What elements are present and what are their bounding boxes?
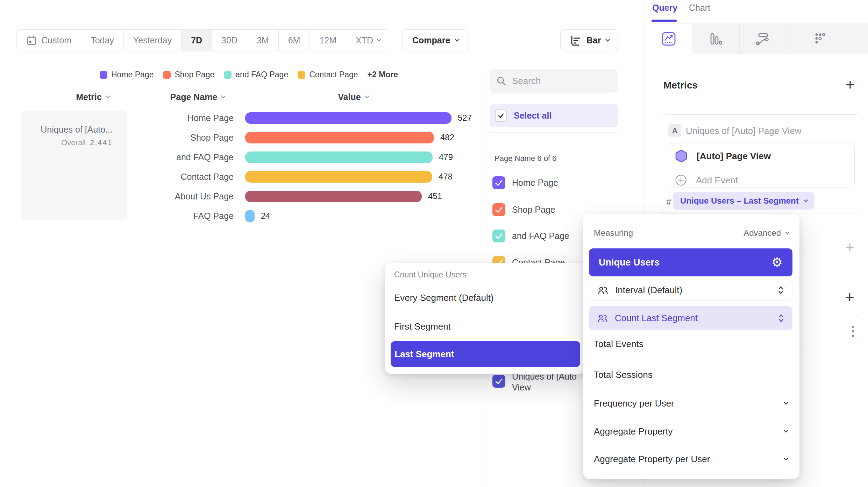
filter-group-label: Page Name 6 of 6 xyxy=(495,154,556,163)
event-card: [Auto] Page View Add Event xyxy=(669,143,855,188)
checkbox[interactable] xyxy=(492,230,505,242)
measuring-option-total-sessions[interactable]: Total Sessions xyxy=(594,369,788,380)
chevron-down-icon xyxy=(784,456,788,460)
report-tab-flows[interactable] xyxy=(739,24,786,54)
legend-item[interactable]: Home Page xyxy=(100,70,154,79)
chevron-down-icon xyxy=(455,37,460,42)
aggregation-pill[interactable]: Unique Users – Last Segment xyxy=(673,192,814,210)
measuring-label: Measuring xyxy=(594,228,633,238)
legend-swatch xyxy=(224,71,232,79)
calendar-icon xyxy=(26,35,37,46)
measuring-suboption-count-last-segment[interactable]: Count Last Segment xyxy=(589,306,792,330)
checkbox[interactable] xyxy=(492,375,505,388)
menu-title: Count Unique Users xyxy=(394,270,467,280)
bar-category-label: Contact Page xyxy=(125,172,234,182)
search-box xyxy=(490,69,618,93)
column-header-page-name[interactable]: Page Name xyxy=(157,92,238,102)
date-range-today[interactable]: Today xyxy=(81,30,124,51)
active-tab-underline xyxy=(652,20,677,22)
add-metric-plus-icon[interactable]: + xyxy=(846,77,855,92)
check-icon xyxy=(495,377,503,384)
search-icon xyxy=(496,76,506,86)
add-event-row[interactable]: Add Event xyxy=(675,174,738,186)
metric-summary-card[interactable]: Uniques of [Auto... Overall2,441 xyxy=(21,110,127,220)
event-row[interactable]: [Auto] Page View xyxy=(675,149,771,163)
legend-item[interactable]: Contact Page xyxy=(298,70,358,79)
circle-plus-icon xyxy=(675,174,687,186)
add-breakdown-plus-icon[interactable]: + xyxy=(845,289,854,305)
bar-row: Contact Page 478 xyxy=(125,170,453,183)
filter-item-home-page[interactable]: Home Page xyxy=(492,176,558,189)
measuring-menu: Measuring Advanced Unique Users ⚙ Interv… xyxy=(583,214,799,479)
bar-value: 482 xyxy=(440,133,454,142)
metric-definition-card[interactable]: A Uniques of [Auto] Page View [Auto] Pag… xyxy=(661,114,862,213)
date-range-custom[interactable]: Custom xyxy=(17,30,81,51)
column-header-value[interactable]: Value xyxy=(316,92,390,102)
chart-legend: Home Page Shop Page and FAQ Page Contact… xyxy=(100,70,398,79)
bar-value: 478 xyxy=(439,172,453,182)
people-icon xyxy=(598,286,608,295)
tab-chart[interactable]: Chart xyxy=(689,3,710,13)
bar-row: Shop Page 482 xyxy=(125,131,454,144)
chevron-down-icon xyxy=(106,94,110,98)
date-range-12m[interactable]: 12M xyxy=(310,30,346,51)
bar-row: About Us Page 451 xyxy=(125,190,442,203)
report-tab-bar[interactable] xyxy=(692,24,739,54)
stepper-icon xyxy=(778,313,784,323)
legend-item[interactable]: Shop Page xyxy=(163,70,214,79)
checkbox[interactable] xyxy=(492,203,505,216)
date-range-3m[interactable]: 3M xyxy=(247,30,279,51)
add-filter-plus-icon[interactable]: + xyxy=(846,240,854,255)
checkbox[interactable] xyxy=(492,176,505,189)
date-range-6m[interactable]: 6M xyxy=(279,30,310,51)
operator-hash-label: # xyxy=(666,197,671,207)
menu-option-first-segment[interactable]: First Segment xyxy=(394,321,451,332)
advanced-toggle[interactable]: Advanced xyxy=(744,228,789,238)
bar-about-us-page[interactable] xyxy=(245,191,422,202)
kebab-menu-icon[interactable] xyxy=(852,326,854,337)
series-letter-badge: A xyxy=(668,124,681,137)
measuring-option-aggregate-property-per-user[interactable]: Aggregate Property per User xyxy=(594,454,788,465)
column-header-metric[interactable]: Metric xyxy=(56,92,129,102)
filter-item-shop-page[interactable]: Shop Page xyxy=(492,203,555,216)
check-icon xyxy=(495,205,503,213)
select-all-row[interactable]: Select all xyxy=(490,104,618,127)
date-range-yesterday[interactable]: Yesterday xyxy=(124,30,182,51)
compare-button[interactable]: Compare xyxy=(402,29,469,51)
check-icon xyxy=(498,112,504,118)
bar-faq-page[interactable] xyxy=(245,210,255,222)
filter-item-and-faq-page[interactable]: and FAQ Page xyxy=(492,230,569,242)
report-tab-insights[interactable] xyxy=(645,24,692,54)
tab-query[interactable]: Query xyxy=(652,3,677,13)
date-range-xtd[interactable]: XTD xyxy=(346,30,390,51)
bar-and-faq-page[interactable] xyxy=(245,151,433,163)
measuring-option-aggregate-property[interactable]: Aggregate Property xyxy=(594,426,788,437)
search-input[interactable] xyxy=(512,76,596,86)
date-range-7d[interactable]: 7D xyxy=(182,30,212,51)
gear-icon[interactable]: ⚙ xyxy=(771,256,783,269)
measuring-option-total-events[interactable]: Total Events xyxy=(594,339,788,350)
chart-type-select[interactable]: Bar xyxy=(560,29,618,51)
measuring-suboption-interval[interactable]: Interval (Default) xyxy=(589,280,792,301)
bar-home-page[interactable] xyxy=(245,112,451,124)
filter-item-uniques-metric[interactable]: Uniques of [Auto View xyxy=(492,375,577,393)
report-tab-retention[interactable] xyxy=(797,24,843,54)
chevron-down-icon xyxy=(377,37,381,42)
hexagon-icon xyxy=(675,149,688,163)
chevron-down-icon xyxy=(804,198,808,202)
bar-category-label: Home Page xyxy=(125,113,234,123)
legend-item[interactable]: and FAQ Page xyxy=(224,70,288,79)
measuring-option-frequency-per-user[interactable]: Frequency per User xyxy=(594,398,788,409)
menu-option-last-segment-selected[interactable]: Last Segment xyxy=(391,341,580,367)
measuring-option-unique-users-selected[interactable]: Unique Users ⚙ xyxy=(589,248,792,276)
menu-option-every-segment[interactable]: Every Segment (Default) xyxy=(394,292,494,303)
bar-contact-page[interactable] xyxy=(245,171,432,183)
people-icon xyxy=(597,314,608,323)
date-range-30d[interactable]: 30D xyxy=(212,30,247,51)
legend-more-button[interactable]: +2 More xyxy=(368,70,398,79)
series-title: Uniques of [Auto] Page View xyxy=(686,126,802,136)
bar-category-label: and FAQ Page xyxy=(125,152,234,162)
check-icon xyxy=(495,178,503,186)
bar-shop-page[interactable] xyxy=(245,132,434,143)
select-all-checkbox[interactable] xyxy=(495,110,507,122)
